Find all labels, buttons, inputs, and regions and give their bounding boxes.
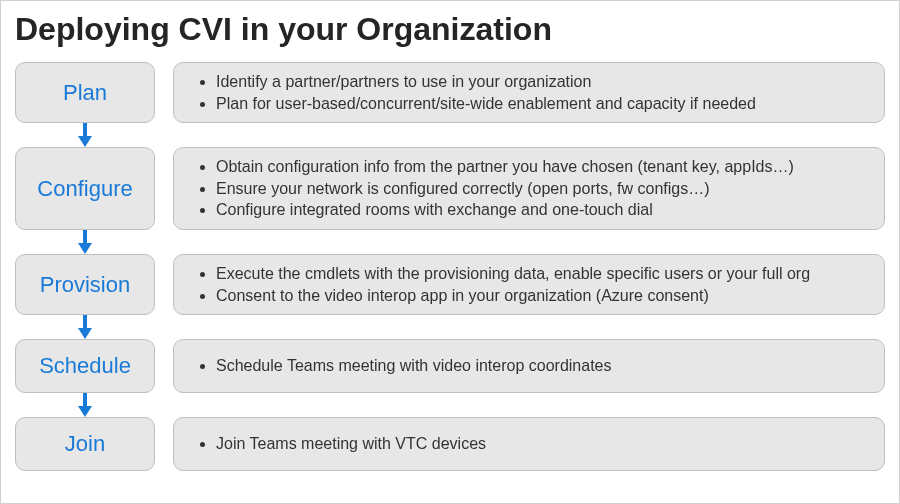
step-row-provision: Provision Execute the cmdlets with the p…: [15, 254, 885, 315]
desc-box-plan: Identify a partner/partners to use in yo…: [173, 62, 885, 123]
desc-box-schedule: Schedule Teams meeting with video intero…: [173, 339, 885, 393]
arrow-row: [15, 123, 885, 147]
svg-marker-7: [78, 406, 92, 417]
bullet: Configure integrated rooms with exchange…: [216, 199, 794, 221]
step-box-join: Join: [15, 417, 155, 471]
bullet: Plan for user-based/concurrent/site-wide…: [216, 93, 756, 115]
steps-container: Plan Identify a partner/partners to use …: [15, 62, 885, 471]
desc-box-configure: Obtain configuration info from the partn…: [173, 147, 885, 230]
bullet: Schedule Teams meeting with video intero…: [216, 355, 612, 377]
bullet: Identify a partner/partners to use in yo…: [216, 71, 756, 93]
arrow-row: [15, 393, 885, 417]
desc-box-join: Join Teams meeting with VTC devices: [173, 417, 885, 471]
arrow-down-icon: [15, 230, 155, 254]
arrow-down-icon: [15, 315, 155, 339]
arrow-row: [15, 230, 885, 254]
step-row-schedule: Schedule Schedule Teams meeting with vid…: [15, 339, 885, 393]
arrow-down-icon: [15, 393, 155, 417]
arrow-row: [15, 315, 885, 339]
svg-marker-1: [78, 136, 92, 147]
step-box-schedule: Schedule: [15, 339, 155, 393]
step-box-provision: Provision: [15, 254, 155, 315]
arrow-down-icon: [15, 123, 155, 147]
desc-box-provision: Execute the cmdlets with the provisionin…: [173, 254, 885, 315]
step-row-join: Join Join Teams meeting with VTC devices: [15, 417, 885, 471]
bullet: Consent to the video interop app in your…: [216, 285, 810, 307]
bullet: Obtain configuration info from the partn…: [216, 156, 794, 178]
bullet: Execute the cmdlets with the provisionin…: [216, 263, 810, 285]
bullet: Ensure your network is configured correc…: [216, 178, 794, 200]
page-title: Deploying CVI in your Organization: [15, 11, 885, 48]
step-box-plan: Plan: [15, 62, 155, 123]
svg-marker-5: [78, 328, 92, 339]
step-row-configure: Configure Obtain configuration info from…: [15, 147, 885, 230]
svg-marker-3: [78, 243, 92, 254]
bullet: Join Teams meeting with VTC devices: [216, 433, 486, 455]
step-box-configure: Configure: [15, 147, 155, 230]
step-row-plan: Plan Identify a partner/partners to use …: [15, 62, 885, 123]
